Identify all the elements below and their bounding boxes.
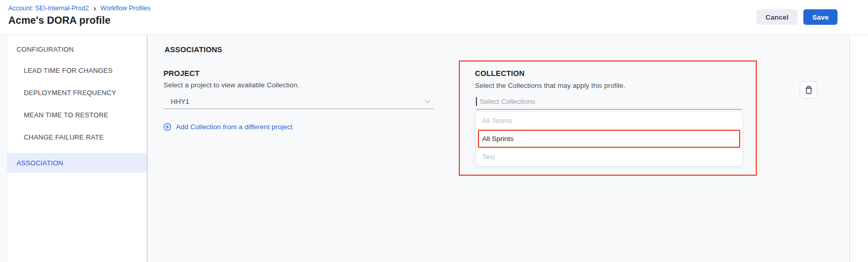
sidebar-item-mean-time-to-restore[interactable]: MEAN TIME TO RESTORE [7, 111, 147, 119]
sidebar-item-change-failure-rate[interactable]: CHANGE FAILURE RATE [7, 133, 147, 141]
breadcrumb-account-link[interactable]: Account: SEI-Internal-Prod2 [8, 5, 89, 12]
cancel-button[interactable]: Cancel [756, 9, 798, 25]
left-gutter [0, 35, 7, 262]
collection-option-test[interactable]: Test [476, 148, 742, 166]
workflow-profile-page: Account: SEI-Internal-Prod2 › Workflow P… [0, 0, 868, 262]
project-title: PROJECT [163, 69, 200, 78]
sidebar-item-lead-time-for-changes[interactable]: LEAD TIME FOR CHANGES [7, 67, 147, 74]
save-button[interactable]: Save [803, 9, 837, 25]
sidebar-item-association[interactable]: ASSOCIATION [7, 153, 147, 173]
associations-section-title: ASSOCIATIONS [164, 45, 222, 54]
breadcrumb: Account: SEI-Internal-Prod2 › Workflow P… [8, 5, 151, 12]
sidebar-item-deployment-frequency[interactable]: DEPLOYMENT FREQUENCY [7, 89, 147, 97]
collection-option-all-sprints[interactable]: All Sprints [478, 130, 740, 148]
collection-description: Select the Collections that may apply th… [475, 82, 625, 89]
collection-title: COLLECTION [475, 69, 525, 78]
page-title: Acme's DORA profile [8, 14, 111, 26]
sidebar-nav: CONFIGURATION LEAD TIME FOR CHANGES DEPL… [7, 35, 147, 262]
chevron-right-icon: › [94, 5, 96, 12]
page-header: Account: SEI-Internal-Prod2 › Workflow P… [0, 0, 868, 35]
trash-icon [805, 86, 813, 95]
collection-annotation-box: COLLECTION Select the Collections that m… [459, 60, 757, 176]
project-select[interactable]: HHY1 [163, 94, 434, 109]
chevron-down-icon [424, 98, 431, 105]
project-description: Select a project to view available Colle… [163, 81, 300, 89]
breadcrumb-workflow-profiles-link[interactable]: Workflow Profiles [100, 5, 150, 12]
collections-dropdown: All Teams All Sprints Test [476, 112, 742, 166]
collection-option-all-teams[interactable]: All Teams [476, 112, 742, 130]
collections-input[interactable] [477, 98, 743, 105]
delete-button[interactable] [800, 81, 817, 99]
collections-input-row [476, 94, 742, 110]
add-collection-link-label: Add Collection from a different project [176, 123, 293, 131]
plus-circle-icon [163, 123, 171, 131]
project-select-value: HHY1 [163, 98, 189, 105]
sidebar-item-configuration[interactable]: CONFIGURATION [7, 45, 147, 53]
associations-panel: ASSOCIATIONS PROJECT Select a project to… [147, 35, 850, 262]
add-collection-link[interactable]: Add Collection from a different project [163, 123, 293, 131]
